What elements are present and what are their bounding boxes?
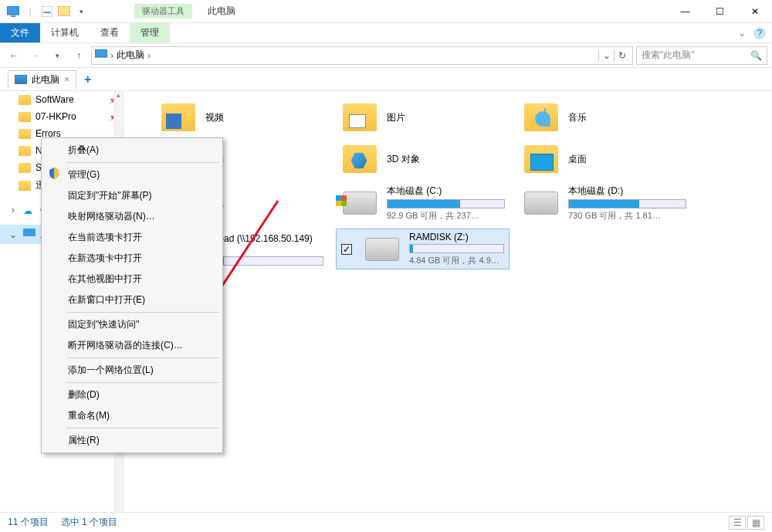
- pc-icon: [23, 229, 36, 240]
- address-dropdown-icon[interactable]: ⌄: [598, 50, 614, 61]
- item-stats: 4.84 GB 可用，共 4.9…: [409, 255, 504, 266]
- capacity-bar: [409, 244, 504, 253]
- menu-disconnect-drive[interactable]: 断开网络驱动器的连接(C)…: [43, 335, 221, 356]
- tab-this-pc[interactable]: 此电脑 ×: [8, 70, 76, 89]
- ribbon-expand-icon[interactable]: ⌄: [738, 28, 746, 39]
- up-button[interactable]: ↑: [69, 46, 88, 65]
- item-label: 本地磁盘 (D:): [568, 185, 686, 198]
- breadcrumb-sep: ›: [110, 50, 113, 61]
- svg-rect-0: [7, 6, 19, 15]
- maximize-button[interactable]: ☐: [703, 0, 737, 23]
- item-label: 3D 对象: [387, 153, 505, 166]
- capacity-bar: [387, 199, 505, 208]
- item-label: 音乐: [568, 111, 686, 124]
- breadcrumb-sep: ›: [147, 50, 151, 61]
- menu-properties[interactable]: 属性(R): [43, 430, 221, 451]
- qat-dropdown-icon[interactable]: ▾: [74, 5, 88, 19]
- menu-manage[interactable]: 管理(G): [43, 164, 221, 185]
- recent-dropdown[interactable]: ▾: [48, 46, 66, 65]
- item-stats: 730 GB 可用，共 1.81…: [568, 210, 686, 222]
- menu-pin-quick-access[interactable]: 固定到"快速访问": [43, 314, 221, 335]
- folder-music[interactable]: 音乐: [517, 99, 691, 136]
- item-stats: 92.9 GB 可用，共 237…: [387, 210, 505, 222]
- menu-open-current-tab[interactable]: 在当前选项卡打开: [43, 227, 221, 248]
- view-tiles-button[interactable]: ▦: [747, 516, 764, 530]
- minimize-button[interactable]: —: [668, 0, 703, 23]
- back-button[interactable]: ←: [5, 46, 23, 65]
- sidebar-item-label: SoftWare: [36, 94, 74, 105]
- help-icon[interactable]: ?: [753, 27, 766, 39]
- status-bar: 11 个项目 选中 1 个项目 ☰ ▦: [0, 512, 772, 532]
- search-placeholder: 搜索"此电脑": [642, 49, 695, 62]
- sidebar-item-hkpro[interactable]: 07-HKPro📌: [0, 108, 123, 125]
- tab-file[interactable]: 文件: [0, 23, 40, 42]
- context-menu: 折叠(A) 管理(G) 固定到"开始"屏幕(P) 映射网络驱动器(N)… 在当前…: [41, 137, 223, 453]
- forward-button[interactable]: →: [26, 46, 45, 65]
- drive-z-ramdisk[interactable]: ✓ RAMDISK (Z:) 4.84 GB 可用，共 4.9…: [336, 229, 510, 269]
- menu-add-network-location[interactable]: 添加一个网络位置(L): [43, 360, 221, 381]
- item-label: 桌面: [568, 153, 686, 166]
- menu-pin-start[interactable]: 固定到"开始"屏幕(P): [43, 185, 221, 206]
- new-folder-icon[interactable]: [57, 5, 71, 19]
- menu-label: 管理(G): [68, 169, 100, 180]
- menu-open-new-window[interactable]: 在新窗口中打开(E): [43, 290, 221, 310]
- onedrive-icon: ☁: [23, 205, 36, 215]
- drive-d[interactable]: 本地磁盘 (D:) 730 GB 可用，共 1.81…: [517, 182, 691, 224]
- folder-videos[interactable]: 视频: [154, 99, 328, 136]
- window-title: 此电脑: [208, 5, 235, 18]
- sidebar-item-label: 07-HKPro: [36, 111, 76, 122]
- menu-delete[interactable]: 删除(D): [43, 385, 221, 405]
- search-icon[interactable]: 🔍: [750, 50, 762, 61]
- tab-view[interactable]: 查看: [90, 23, 130, 42]
- folder-icon: [19, 95, 31, 105]
- status-item-count: 11 个项目: [8, 516, 49, 529]
- svg-rect-4: [58, 6, 70, 16]
- document-tabs: 此电脑 × +: [0, 68, 772, 91]
- ribbon-context-label: 驱动器工具: [134, 4, 192, 19]
- expand-icon[interactable]: ›: [8, 205, 19, 215]
- tab-label: 此电脑: [32, 73, 59, 86]
- folder-icon: [19, 163, 31, 173]
- tab-manage[interactable]: 管理: [130, 23, 170, 42]
- tab-close-icon[interactable]: ×: [64, 74, 69, 85]
- menu-open-new-tab[interactable]: 在新选项卡中打开: [43, 248, 221, 269]
- refresh-button[interactable]: ↻: [614, 50, 629, 61]
- menu-open-other-view[interactable]: 在其他视图中打开: [43, 269, 221, 290]
- pc-icon: [6, 5, 20, 19]
- menu-map-drive[interactable]: 映射网络驱动器(N)…: [43, 206, 221, 227]
- svg-rect-6: [23, 229, 36, 236]
- address-pc-icon: [95, 49, 107, 61]
- status-selection: 选中 1 个项目: [61, 516, 117, 529]
- menu-collapse[interactable]: 折叠(A): [43, 140, 221, 161]
- folder-icon: [19, 181, 31, 191]
- checkbox[interactable]: ✓: [341, 244, 352, 255]
- tab-computer[interactable]: 计算机: [40, 23, 90, 42]
- capacity-bar: [568, 199, 686, 208]
- item-label: 本地磁盘 (C:): [387, 185, 505, 198]
- shield-icon: [48, 167, 62, 181]
- menu-rename[interactable]: 重命名(M): [43, 405, 221, 426]
- title-bar: | ▾ 驱动器工具 此电脑 — ☐ ✕: [0, 0, 772, 23]
- properties-icon[interactable]: [40, 5, 54, 19]
- close-button[interactable]: ✕: [737, 0, 772, 23]
- svg-rect-3: [43, 12, 51, 13]
- item-label: 视频: [205, 111, 323, 124]
- item-label: RAMDISK (Z:): [409, 232, 504, 242]
- folder-3dobjects[interactable]: 3D 对象: [336, 141, 510, 178]
- folder-icon: [19, 112, 31, 122]
- collapse-icon[interactable]: ⌄: [8, 229, 19, 240]
- breadcrumb-root[interactable]: 此电脑: [117, 49, 144, 62]
- drive-icon: [524, 191, 558, 215]
- drive-c[interactable]: 本地磁盘 (C:) 92.9 GB 可用，共 237…: [336, 182, 510, 224]
- svg-rect-5: [95, 49, 107, 57]
- folder-pictures[interactable]: 图片: [336, 99, 510, 136]
- sidebar-item-software[interactable]: SoftWare📌: [0, 91, 123, 108]
- folder-desktop[interactable]: 桌面: [517, 141, 691, 178]
- ribbon: 文件 计算机 查看 管理 ⌄ ?: [0, 23, 772, 43]
- pc-icon: [15, 75, 27, 84]
- new-tab-button[interactable]: +: [80, 73, 96, 86]
- address-bar[interactable]: › 此电脑 › ⌄ ↻: [91, 46, 633, 65]
- search-box[interactable]: 搜索"此电脑" 🔍: [636, 46, 767, 65]
- view-details-button[interactable]: ☰: [729, 516, 746, 530]
- drive-icon: [365, 238, 399, 261]
